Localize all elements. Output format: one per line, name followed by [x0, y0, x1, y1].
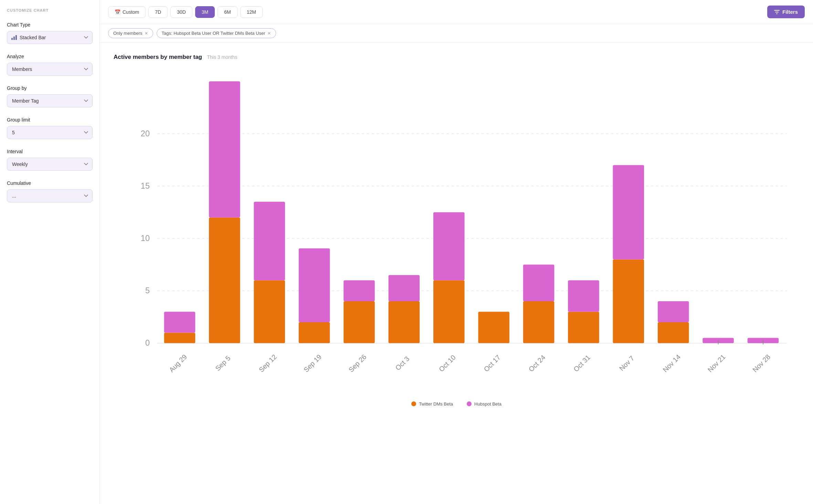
svg-text:20: 20 — [141, 129, 150, 138]
bar-oct24-hubspot — [523, 265, 555, 301]
bar-oct31-twitter — [568, 312, 599, 343]
chart-title: Active members by member tag — [114, 54, 202, 60]
interval-label: Interval — [7, 149, 93, 154]
bar-oct10-hubspot — [433, 212, 465, 281]
bar-sep19-twitter — [299, 322, 330, 343]
legend: Twitter DMs Beta Hubspot Beta — [114, 401, 799, 407]
svg-text:Oct 3: Oct 3 — [394, 355, 411, 372]
topbar: 📅 Custom 7D 30D 3M 6M 12M Filters — [100, 0, 813, 24]
group-by-select[interactable]: Member Tag Plan Country — [7, 94, 93, 107]
close-only-members-icon[interactable]: ✕ — [145, 31, 148, 36]
interval-section: Interval Daily Weekly Monthly — [7, 149, 93, 171]
time-btn-12m[interactable]: 12M — [240, 6, 263, 18]
group-limit-label: Group limit — [7, 117, 93, 123]
cumulative-label: Cumulative — [7, 180, 93, 186]
bar-sep5-twitter — [209, 218, 240, 343]
bar-chart-svg: 0 5 10 15 20 Aug 29 — [114, 69, 799, 393]
filter-tag-tags[interactable]: Tags: Hubspot Beta User OR Twitter DMs B… — [157, 28, 276, 38]
group-limit-select[interactable]: 1234510 — [7, 126, 93, 139]
time-btn-6m[interactable]: 6M — [218, 6, 237, 18]
bar-sep5-hubspot — [209, 81, 240, 218]
sidebar-title: CUSTOMIZE CHART — [7, 8, 93, 12]
svg-text:Aug 29: Aug 29 — [168, 353, 188, 374]
bar-nov14-twitter — [658, 322, 689, 343]
svg-text:Oct 17: Oct 17 — [482, 354, 502, 373]
group-by-section: Group by Member Tag Plan Country — [7, 85, 93, 107]
chart-subtitle: This 3 months — [207, 54, 237, 60]
svg-text:5: 5 — [145, 286, 150, 295]
legend-twitter: Twitter DMs Beta — [411, 401, 453, 407]
bar-oct3-hubspot — [389, 275, 420, 301]
group-limit-section: Group limit 1234510 — [7, 117, 93, 139]
bar-aug29-hubspot — [164, 312, 196, 333]
filter-tags-row: Only members ✕ Tags: Hubspot Beta User O… — [100, 24, 813, 43]
calendar-icon: 📅 — [115, 9, 120, 15]
legend-hubspot: Hubspot Beta — [467, 401, 501, 407]
hubspot-legend-label: Hubspot Beta — [474, 401, 501, 407]
chart-svg-wrapper: 0 5 10 15 20 Aug 29 — [114, 69, 799, 395]
chart-type-section: Chart Type Stacked Bar Bar Line Area — [7, 22, 93, 44]
chart-type-select[interactable]: Stacked Bar Bar Line Area — [7, 31, 93, 44]
svg-text:0: 0 — [145, 338, 150, 347]
bar-nov7-twitter — [613, 259, 644, 343]
filter-tag-only-members[interactable]: Only members ✕ — [108, 28, 153, 38]
twitter-legend-label: Twitter DMs Beta — [419, 401, 453, 407]
bar-oct24-twitter — [523, 301, 555, 343]
bar-oct31-hubspot — [568, 280, 599, 312]
bar-sep12-twitter — [254, 280, 285, 343]
svg-text:Sep 12: Sep 12 — [257, 353, 278, 374]
svg-text:Oct 24: Oct 24 — [527, 354, 547, 373]
chart-type-label: Chart Type — [7, 22, 93, 28]
time-btn-custom[interactable]: 📅 Custom — [108, 6, 146, 18]
svg-text:10: 10 — [141, 234, 150, 243]
bar-aug29-twitter — [164, 333, 196, 343]
cumulative-section: Cumulative ... Yes No — [7, 180, 93, 202]
analyze-select[interactable]: Members Events Sessions — [7, 63, 93, 76]
svg-text:Nov 21: Nov 21 — [706, 353, 727, 374]
time-buttons: 📅 Custom 7D 30D 3M 6M 12M — [108, 6, 263, 18]
main-panel: 📅 Custom 7D 30D 3M 6M 12M Filters — [100, 0, 813, 504]
filters-button[interactable]: Filters — [767, 6, 805, 18]
close-tags-icon[interactable]: ✕ — [267, 31, 271, 36]
interval-select[interactable]: Daily Weekly Monthly — [7, 158, 93, 171]
svg-text:Sep 19: Sep 19 — [302, 353, 323, 374]
svg-text:Oct 31: Oct 31 — [572, 354, 592, 373]
svg-text:Nov 14: Nov 14 — [661, 353, 682, 374]
bar-oct10-twitter — [433, 280, 465, 343]
svg-text:Nov 7: Nov 7 — [618, 354, 636, 372]
bar-sep26-twitter — [344, 301, 375, 343]
twitter-legend-dot — [411, 401, 416, 406]
bar-sep19-hubspot — [299, 249, 330, 322]
bar-nov14-hubspot — [658, 301, 689, 322]
chart-area: Active members by member tag This 3 mont… — [100, 43, 813, 504]
svg-text:15: 15 — [141, 181, 150, 190]
group-by-label: Group by — [7, 85, 93, 91]
time-btn-3m[interactable]: 3M — [195, 6, 215, 18]
bar-oct3-twitter — [389, 301, 420, 343]
svg-text:Nov 28: Nov 28 — [751, 353, 772, 374]
analyze-label: Analyze — [7, 54, 93, 59]
bar-sep12-hubspot — [254, 202, 285, 280]
sidebar: CUSTOMIZE CHART Chart Type Stacked Bar B… — [0, 0, 100, 504]
time-btn-30d[interactable]: 30D — [170, 6, 192, 18]
cumulative-select[interactable]: ... Yes No — [7, 189, 93, 202]
analyze-section: Analyze Members Events Sessions — [7, 54, 93, 76]
hubspot-legend-dot — [467, 401, 472, 406]
svg-text:Sep 5: Sep 5 — [214, 354, 232, 372]
svg-text:Sep 26: Sep 26 — [347, 353, 368, 374]
time-btn-7d[interactable]: 7D — [148, 6, 168, 18]
svg-text:Oct 10: Oct 10 — [437, 354, 457, 373]
filter-icon — [774, 9, 780, 15]
bar-sep26-hubspot — [344, 280, 375, 301]
bar-nov7-hubspot — [613, 165, 644, 260]
bar-oct17-twitter — [478, 312, 509, 343]
chart-title-row: Active members by member tag This 3 mont… — [114, 54, 799, 61]
